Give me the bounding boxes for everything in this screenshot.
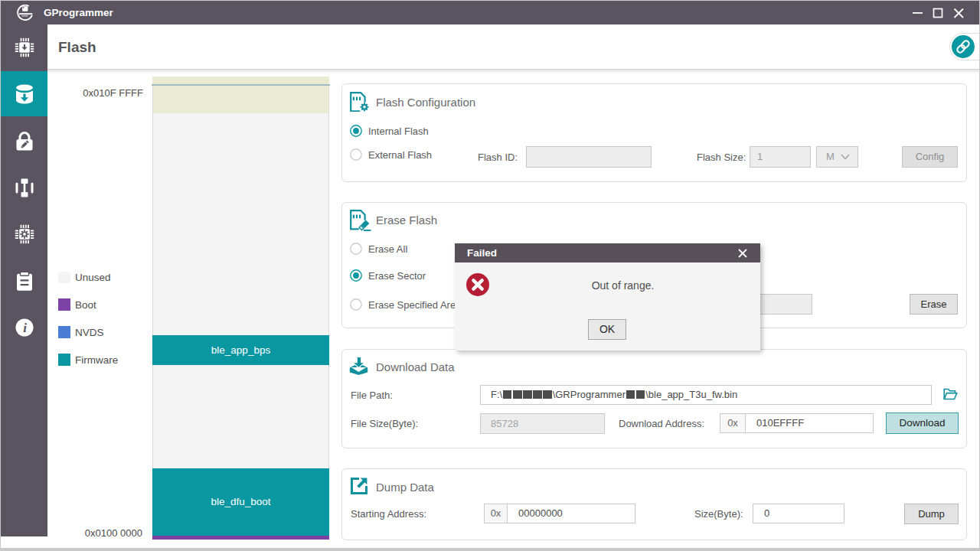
svg-text:i: i <box>23 321 27 335</box>
